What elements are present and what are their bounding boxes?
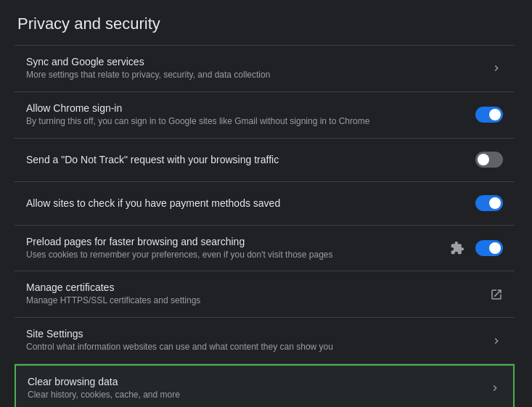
item-desc-manage-certificates: Manage HTTPS/SSL certificates and settin… (26, 295, 447, 307)
settings-list: Sync and Google servicesMore settings th… (15, 45, 515, 407)
item-title-site-settings: Site Settings (26, 328, 481, 340)
settings-item-preload-pages[interactable]: Preload pages for faster browsing and se… (15, 226, 515, 272)
page-title: Privacy and security (15, 15, 515, 33)
external-link-icon (490, 288, 503, 301)
item-text-sync-google: Sync and Google servicesMore settings th… (26, 56, 481, 81)
settings-item-sync-google[interactable]: Sync and Google servicesMore settings th… (15, 46, 515, 92)
item-text-payment-methods: Allow sites to check if you have payment… (26, 197, 467, 209)
settings-item-do-not-track[interactable]: Send a "Do Not Track" request with your … (15, 139, 515, 182)
settings-item-payment-methods[interactable]: Allow sites to check if you have payment… (15, 182, 515, 226)
chevron-right-icon (490, 62, 503, 75)
item-desc-chrome-signin: By turning this off, you can sign in to … (26, 115, 447, 128)
puzzle-icon (449, 240, 465, 256)
item-title-manage-certificates: Manage certificates (26, 281, 481, 293)
chevron-right-icon (488, 382, 502, 395)
item-text-chrome-signin: Allow Chrome sign-inBy turning this off,… (26, 102, 467, 128)
settings-item-clear-browsing[interactable]: Clear browsing dataClear history, cookie… (15, 364, 515, 407)
item-text-preload-pages: Preload pages for faster browsing and se… (26, 236, 441, 261)
item-title-clear-browsing: Clear browsing data (28, 376, 480, 387)
item-text-site-settings: Site SettingsControl what information we… (26, 328, 481, 353)
item-title-do-not-track: Send a "Do Not Track" request with your … (26, 154, 467, 165)
toggle-payment-methods[interactable] (475, 195, 503, 211)
settings-item-chrome-signin[interactable]: Allow Chrome sign-inBy turning this off,… (15, 92, 515, 139)
item-text-do-not-track: Send a "Do Not Track" request with your … (26, 154, 467, 165)
item-text-clear-browsing: Clear browsing dataClear history, cookie… (28, 376, 480, 401)
item-title-sync-google: Sync and Google services (26, 56, 481, 67)
chevron-right-icon (490, 334, 503, 348)
settings-item-manage-certificates[interactable]: Manage certificatesManage HTTPS/SSL cert… (15, 271, 515, 318)
item-desc-site-settings: Control what information websites can us… (26, 341, 447, 353)
item-desc-clear-browsing: Clear history, cookies, cache, and more (28, 389, 449, 401)
toggle-do-not-track[interactable] (475, 152, 503, 168)
item-title-preload-pages: Preload pages for faster browsing and se… (26, 236, 441, 247)
settings-item-site-settings[interactable]: Site SettingsControl what information we… (15, 318, 515, 364)
item-desc-preload-pages: Uses cookies to remember your preference… (26, 249, 441, 261)
item-text-manage-certificates: Manage certificatesManage HTTPS/SSL cert… (26, 281, 481, 307)
item-title-payment-methods: Allow sites to check if you have payment… (26, 197, 467, 209)
toggle-preload-pages[interactable] (475, 240, 503, 256)
item-desc-sync-google: More settings that relate to privacy, se… (26, 69, 447, 81)
toggle-chrome-signin[interactable] (475, 107, 503, 123)
item-title-chrome-signin: Allow Chrome sign-in (26, 102, 467, 114)
